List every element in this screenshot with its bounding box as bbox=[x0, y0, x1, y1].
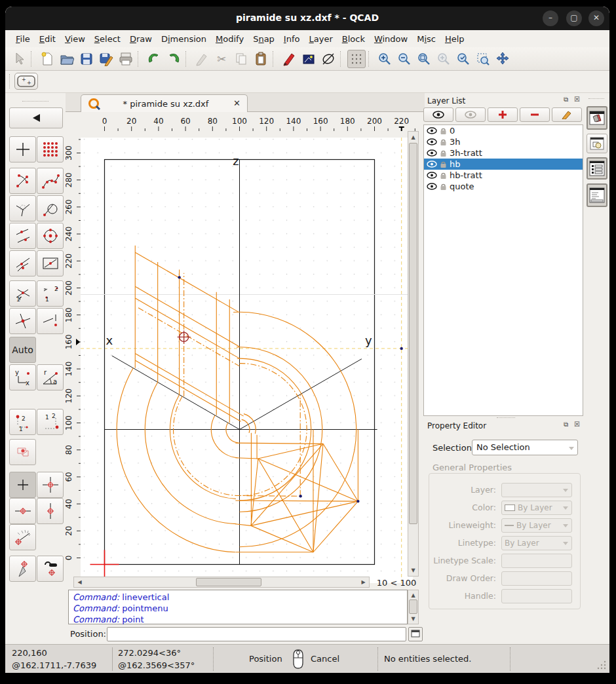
snap-reference-button[interactable] bbox=[37, 250, 64, 276]
command-history[interactable]: Command: lineverticalCommand: pointmenuC… bbox=[68, 590, 408, 624]
scroll-up-icon[interactable]: ▲ bbox=[408, 132, 418, 142]
library-browser-toggle[interactable] bbox=[587, 134, 607, 153]
scroll-down-icon[interactable]: ▼ bbox=[408, 614, 418, 624]
command-scroll-thumb[interactable] bbox=[409, 599, 417, 614]
layer-list-toggle[interactable] bbox=[587, 157, 607, 180]
field-handle[interactable] bbox=[501, 589, 572, 603]
zoom-out-icon[interactable] bbox=[395, 50, 414, 68]
redo-icon[interactable] bbox=[164, 50, 183, 68]
restrict-vertical-button[interactable] bbox=[37, 498, 64, 524]
snap-intersection-manual-button[interactable]: 1 bbox=[9, 280, 36, 307]
remove-layer-button[interactable] bbox=[520, 107, 550, 122]
snap-middle-button[interactable] bbox=[9, 250, 36, 276]
undo-icon[interactable] bbox=[145, 50, 163, 68]
resize-grip[interactable] bbox=[596, 660, 607, 670]
menu-window[interactable]: Window bbox=[374, 34, 408, 44]
pen-icon[interactable] bbox=[193, 50, 211, 68]
scroll-right-icon[interactable]: ▶ bbox=[358, 577, 368, 587]
add-layer-button[interactable] bbox=[488, 107, 518, 122]
tab-close-icon[interactable]: ✕ bbox=[233, 98, 241, 108]
minimize-button[interactable]: – bbox=[543, 10, 558, 26]
selection-settings-icon[interactable] bbox=[299, 50, 318, 68]
layer-row-hb[interactable]: hb bbox=[424, 159, 583, 170]
pointer-tool-icon[interactable] bbox=[10, 50, 28, 68]
layer-row-hb-tratt[interactable]: hb-tratt bbox=[424, 170, 583, 181]
menu-help[interactable]: Help bbox=[445, 34, 465, 44]
coord-polar-button[interactable]: ra bbox=[37, 364, 64, 390]
scroll-left-icon[interactable]: ◀ bbox=[75, 577, 85, 587]
zoom-redraw-icon[interactable] bbox=[454, 50, 472, 68]
back-button[interactable] bbox=[9, 107, 63, 128]
layer-row-quote[interactable]: quote bbox=[424, 181, 583, 192]
document-tab[interactable]: * piramide su xz.dxf ✕ bbox=[81, 94, 248, 112]
layer-row-3h[interactable]: 3h bbox=[424, 136, 583, 147]
hide-all-layers-button[interactable] bbox=[455, 107, 486, 122]
draw-red-pencil-icon[interactable] bbox=[280, 50, 298, 68]
horizontal-scrollbar[interactable]: ◀ ▶ bbox=[73, 577, 370, 588]
snap-grid-button[interactable] bbox=[37, 136, 64, 162]
layer-panel-close-icon[interactable]: ☒ bbox=[574, 96, 581, 103]
layer-panel-float-icon[interactable]: ⧉ bbox=[564, 96, 569, 104]
open-file-icon[interactable] bbox=[58, 50, 76, 68]
auto-button[interactable]: Auto bbox=[9, 337, 36, 363]
snap-distances-button[interactable]: 21 bbox=[37, 280, 64, 307]
restrict-horizontal-button[interactable] bbox=[9, 498, 36, 524]
panel-splitter[interactable] bbox=[497, 417, 515, 418]
menu-edit[interactable]: Edit bbox=[39, 34, 56, 44]
menu-misc[interactable]: Misc bbox=[417, 34, 436, 44]
snap-tangent-button[interactable] bbox=[37, 195, 64, 221]
new-file-icon[interactable] bbox=[38, 50, 56, 68]
command-prompt-button[interactable] bbox=[408, 627, 423, 641]
menu-modify[interactable]: Modify bbox=[216, 34, 244, 44]
snap-free-button[interactable] bbox=[9, 136, 36, 162]
coord-rel-polar-button[interactable]: 12 bbox=[37, 409, 64, 435]
lock-relative-zero-button[interactable] bbox=[37, 556, 64, 582]
coord-cartesian-button[interactable]: yx bbox=[9, 364, 36, 390]
scroll-up-icon[interactable]: ▲ bbox=[408, 590, 418, 600]
paste-icon[interactable] bbox=[252, 50, 270, 68]
restrict-angle-button[interactable] bbox=[9, 524, 36, 550]
field-lineweight[interactable]: By Layer bbox=[501, 518, 572, 533]
dock-grip[interactable] bbox=[588, 98, 604, 99]
property-panel-close-icon[interactable]: ☒ bbox=[574, 421, 581, 428]
menu-dimension[interactable]: Dimension bbox=[161, 34, 206, 44]
zoom-window-icon[interactable] bbox=[474, 50, 492, 68]
snap-auto-button[interactable] bbox=[37, 308, 64, 334]
set-relative-zero-button[interactable] bbox=[9, 556, 36, 582]
property-editor-toggle[interactable] bbox=[587, 106, 607, 130]
cut-icon[interactable]: ✂ bbox=[212, 50, 231, 68]
restrict-none-button[interactable] bbox=[9, 472, 36, 498]
menu-block[interactable]: Block bbox=[342, 34, 365, 44]
title-bar[interactable]: piramide su xz.dxf * - QCAD – ▢ ✕ bbox=[5, 7, 609, 30]
save-icon[interactable] bbox=[77, 50, 96, 68]
drawing-canvas[interactable]: zxy bbox=[81, 138, 413, 583]
zoom-in-icon[interactable] bbox=[375, 50, 394, 68]
property-panel-float-icon[interactable]: ⧉ bbox=[564, 421, 569, 428]
edit-layer-button[interactable] bbox=[552, 107, 582, 122]
crosshair-tool-button[interactable]: ++ bbox=[14, 73, 38, 90]
menu-select[interactable]: Select bbox=[94, 34, 121, 44]
zoom-previous-icon[interactable] bbox=[434, 50, 453, 68]
command-line-toggle[interactable] bbox=[587, 183, 607, 207]
restrict-orthogonal-button[interactable] bbox=[37, 472, 64, 498]
snap-intersection-button[interactable] bbox=[9, 308, 36, 334]
pan-icon[interactable] bbox=[493, 50, 512, 68]
grid-toggle-icon[interactable] bbox=[347, 50, 366, 68]
selection-dropdown[interactable]: No Selection bbox=[472, 440, 578, 455]
ellipse-tool-icon[interactable] bbox=[319, 50, 337, 68]
snap-circle-center-button[interactable] bbox=[37, 223, 64, 249]
menu-layer[interactable]: Layer bbox=[309, 34, 332, 44]
layer-row-0[interactable]: 0 bbox=[424, 125, 583, 136]
auto-zoom-icon[interactable] bbox=[415, 50, 433, 68]
menu-view[interactable]: View bbox=[65, 34, 85, 44]
menu-draw[interactable]: Draw bbox=[130, 34, 152, 44]
save-as-icon[interactable] bbox=[97, 50, 115, 68]
field-layer[interactable] bbox=[501, 483, 572, 497]
close-button[interactable]: ✕ bbox=[588, 10, 604, 26]
field-linetypescale[interactable] bbox=[501, 554, 572, 568]
menu-file[interactable]: File bbox=[16, 34, 30, 44]
scroll-down-icon[interactable]: ▼ bbox=[408, 565, 418, 575]
print-icon[interactable] bbox=[117, 50, 135, 68]
restrict-off-shape-button[interactable] bbox=[9, 439, 36, 465]
snap-perpendicular-button[interactable] bbox=[9, 195, 36, 221]
